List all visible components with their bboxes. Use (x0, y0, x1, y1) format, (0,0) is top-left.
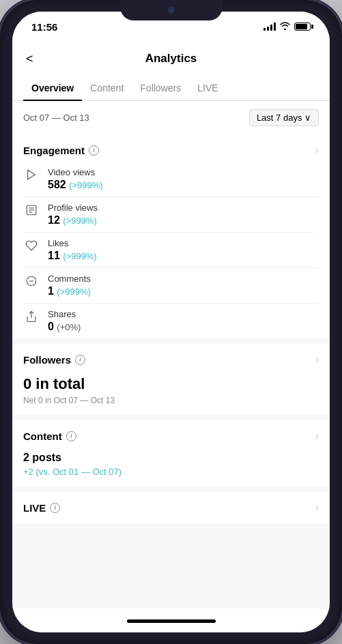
main-content: Engagement i › Video views (12, 134, 330, 609)
live-chevron-icon[interactable]: › (315, 501, 319, 514)
home-bar (127, 619, 216, 623)
engagement-chevron-icon[interactable]: › (315, 144, 319, 156)
video-views-change: (>999%) (69, 180, 103, 190)
svg-marker-0 (28, 170, 35, 179)
metric-profile-views: Profile views 12 (>999%) (12, 197, 330, 232)
content-info-icon[interactable]: i (66, 431, 76, 441)
profile-icon (23, 204, 40, 216)
followers-title: Followers i (23, 354, 85, 366)
tab-content[interactable]: Content (82, 76, 132, 100)
profile-views-label: Profile views (48, 203, 98, 213)
engagement-title: Engagement i (23, 145, 99, 156)
engagement-header: Engagement i › (12, 134, 330, 162)
date-filter-button[interactable]: Last 7 days ∨ (249, 109, 319, 126)
followers-header: Followers i › (12, 344, 330, 371)
shares-value: 0 (48, 321, 54, 332)
battery-icon (294, 23, 311, 31)
metric-comments: Comments 1 (>999%) (12, 268, 330, 303)
tab-overview[interactable]: Overview (23, 76, 82, 100)
followers-chevron-icon[interactable]: › (315, 353, 319, 366)
heart-icon (23, 239, 40, 252)
play-icon (23, 169, 40, 181)
engagement-info-icon[interactable]: i (89, 145, 99, 156)
shares-change: (+0%) (57, 322, 81, 332)
share-icon (23, 310, 40, 323)
tab-followers[interactable]: Followers (132, 76, 189, 100)
screen: 11:56 < Analytics (12, 12, 330, 632)
content-change: +2 (vs. Oct 01 — Oct 07) (12, 467, 330, 486)
back-button[interactable]: < (26, 52, 33, 66)
tabs: Overview Content Followers LIVE (12, 76, 330, 101)
metric-likes: Likes 11 (>999%) (12, 233, 330, 267)
comments-change: (>999%) (57, 287, 91, 297)
content-header: Content i › (12, 420, 330, 448)
comment-icon (23, 275, 40, 287)
followers-info-icon[interactable]: i (75, 355, 85, 365)
content-chevron-icon[interactable]: › (315, 430, 319, 442)
profile-views-change: (>999%) (63, 216, 97, 226)
comments-value: 1 (48, 285, 54, 297)
likes-change: (>999%) (63, 251, 97, 261)
home-indicator (12, 609, 330, 632)
followers-section: Followers i › 0 in total Net 0 in Oct 07… (12, 344, 330, 415)
live-title: LIVE i (23, 502, 60, 514)
likes-value: 11 (48, 250, 60, 261)
date-range: Oct 07 — Oct 13 (23, 113, 89, 123)
tab-live[interactable]: LIVE (189, 76, 226, 100)
followers-sub: Net 0 in Oct 07 — Oct 13 (12, 396, 330, 415)
wifi-icon (280, 22, 290, 32)
shares-label: Shares (48, 309, 81, 319)
comments-label: Comments (48, 274, 91, 284)
status-icons (263, 22, 311, 32)
live-info-icon[interactable]: i (50, 503, 60, 513)
live-section: LIVE i › (12, 492, 330, 523)
content-title: Content i (23, 430, 76, 442)
metric-video-views: Video views 582 (>999%) (12, 162, 330, 196)
date-row: Oct 07 — Oct 13 Last 7 days ∨ (12, 101, 330, 134)
likes-label: Likes (48, 238, 97, 248)
page-title: Analytics (145, 52, 197, 65)
profile-views-value: 12 (48, 214, 60, 226)
content-section: Content i › 2 posts +2 (vs. Oct 01 — Oct… (12, 420, 330, 486)
video-views-label: Video views (48, 167, 103, 177)
phone-frame: 11:56 < Analytics (0, 0, 342, 644)
notch-dot (168, 7, 175, 14)
followers-total: 0 in total (12, 371, 330, 396)
header: < Analytics (12, 42, 330, 76)
status-time: 11:56 (31, 21, 57, 33)
video-views-value: 582 (48, 179, 66, 190)
content-posts: 2 posts (12, 448, 330, 467)
notch (120, 0, 223, 20)
signal-icon (263, 23, 276, 31)
metric-shares: Shares 0 (+0%) (12, 304, 330, 338)
engagement-section: Engagement i › Video views (12, 134, 330, 338)
